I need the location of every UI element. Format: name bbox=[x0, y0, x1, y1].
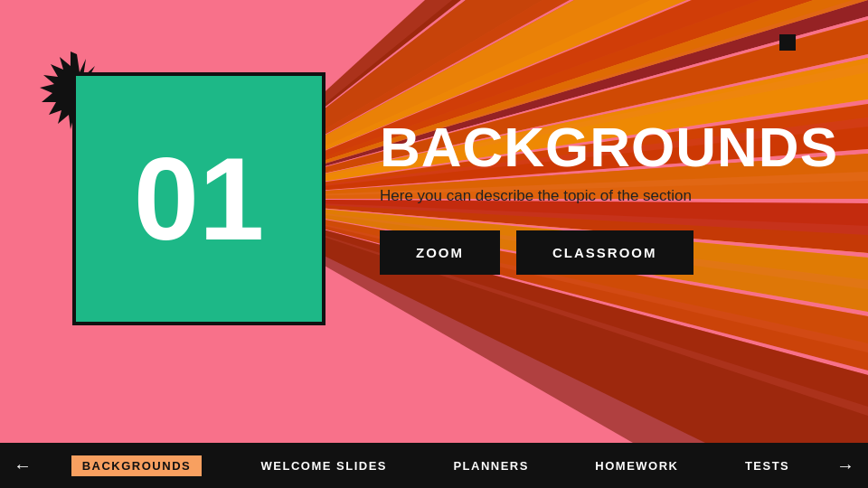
section-number-card: 01 bbox=[72, 72, 326, 325]
section-subtitle: Here you can describe the topic of the s… bbox=[380, 187, 832, 205]
nav-item-homework[interactable]: HOMEWORK bbox=[588, 455, 685, 476]
main-container: 01 BACKGROUNDS Here you can describe the… bbox=[0, 0, 868, 488]
section-number: 01 bbox=[134, 140, 265, 258]
section-title: BACKGROUNDS bbox=[380, 117, 832, 176]
nav-item-backgrounds[interactable]: BACKGROUNDS bbox=[71, 455, 203, 476]
classroom-button[interactable]: CLASSROOM bbox=[516, 230, 693, 275]
bottom-navigation: ← BACKGROUNDS WELCOME SLIDES PLANNERS HO… bbox=[0, 443, 868, 488]
content-area: BACKGROUNDS Here you can describe the to… bbox=[380, 117, 832, 275]
nav-item-planners[interactable]: PLANNERS bbox=[446, 455, 536, 476]
action-buttons: ZOOM CLASSROOM bbox=[380, 230, 832, 275]
small-square-decoration bbox=[779, 34, 796, 51]
prev-arrow-button[interactable]: ← bbox=[0, 443, 45, 488]
nav-item-welcome-slides[interactable]: WELCOME SLIDES bbox=[254, 455, 394, 476]
zoom-button[interactable]: ZOOM bbox=[380, 230, 500, 275]
nav-item-tests[interactable]: TESTS bbox=[738, 455, 797, 476]
next-arrow-button[interactable]: → bbox=[823, 443, 868, 488]
nav-items-container: BACKGROUNDS WELCOME SLIDES PLANNERS HOME… bbox=[45, 455, 823, 476]
